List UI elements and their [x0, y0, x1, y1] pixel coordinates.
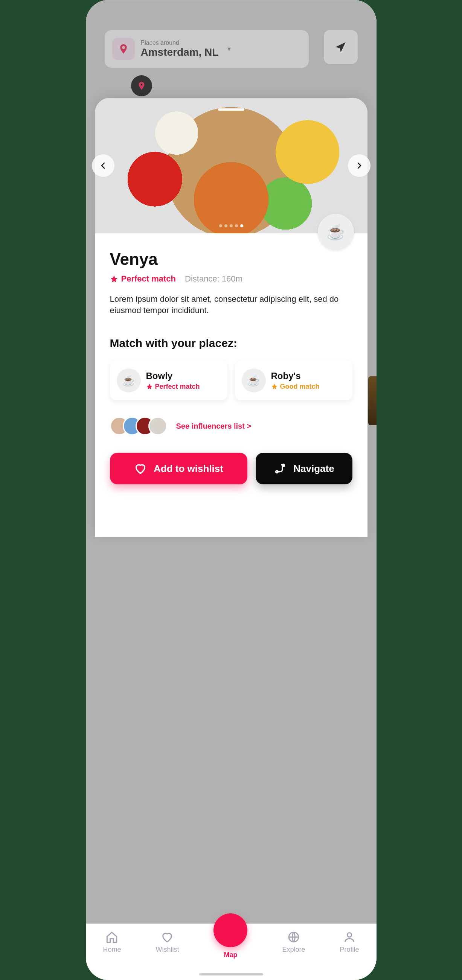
place-description: Lorem ipsum dolor sit amet, consectetur …: [110, 294, 352, 316]
carousel-prev-button[interactable]: [92, 154, 115, 177]
match-name: Bowly: [146, 371, 200, 381]
tab-profile[interactable]: Profile: [339, 931, 359, 954]
match-label: Perfect match: [121, 274, 176, 284]
navigate-button-label: Navigate: [293, 463, 334, 474]
match-card[interactable]: ☕ Roby's Good match: [235, 361, 352, 400]
tab-wishlist[interactable]: Wishlist: [156, 931, 179, 954]
cup-icon: ☕: [242, 368, 266, 393]
tab-home[interactable]: Home: [103, 931, 121, 954]
place-title: Venya: [110, 250, 352, 269]
matches-section-title: Match with your placez:: [110, 337, 352, 350]
match-badge: Perfect match: [110, 274, 176, 284]
map-pin-icon: [213, 913, 247, 947]
add-to-wishlist-button[interactable]: Add to wishlist: [110, 453, 248, 484]
match-quality: Perfect match: [146, 383, 200, 391]
match-card[interactable]: ☕ Bowly Perfect match: [110, 361, 228, 400]
place-detail-sheet: ☕ Venya Perfect match Distance: 160m Lor…: [95, 98, 368, 537]
influencer-avatars[interactable]: [110, 417, 167, 436]
distance-label: Distance: 160m: [185, 274, 242, 284]
cup-icon: ☕: [117, 368, 141, 393]
svg-point-2: [229, 927, 232, 930]
tab-label: Wishlist: [156, 946, 179, 954]
home-indicator: [199, 973, 263, 975]
category-badge: ☕: [318, 214, 354, 250]
navigate-button[interactable]: Navigate: [256, 453, 352, 484]
tab-map[interactable]: Map: [213, 931, 247, 959]
carousel-next-button[interactable]: [348, 154, 371, 177]
carousel-peek: [368, 376, 376, 425]
match-quality: Good match: [271, 383, 320, 391]
wishlist-button-label: Add to wishlist: [154, 463, 223, 474]
category-emoji: ☕: [327, 223, 345, 241]
influencers-link[interactable]: See influencers list >: [176, 422, 252, 431]
tab-label: Profile: [339, 946, 359, 954]
tab-explore[interactable]: Explore: [282, 931, 305, 954]
tab-label: Home: [103, 946, 121, 954]
carousel-dots[interactable]: [219, 224, 243, 228]
tab-label: Map: [224, 951, 237, 959]
match-name: Roby's: [271, 371, 320, 381]
avatar: [148, 417, 167, 436]
place-hero-image[interactable]: ☕: [95, 98, 368, 233]
tab-label: Explore: [282, 946, 305, 954]
bottom-tab-bar: Home Wishlist Map Explore Profile: [86, 924, 376, 980]
svg-point-4: [347, 933, 351, 937]
device-frame: Places around Amsterdam, NL ▾ ☕: [86, 0, 376, 980]
sheet-drag-handle[interactable]: [218, 108, 244, 111]
